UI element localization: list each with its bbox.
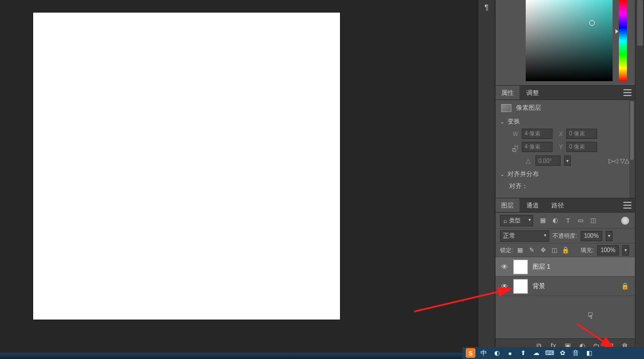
flip-vertical-icon[interactable]: ▽△: [620, 156, 629, 165]
main-scrollbar[interactable]: [635, 0, 644, 353]
align-label: 对齐并分布: [507, 170, 539, 178]
ime-sogou-icon[interactable]: S: [466, 348, 475, 358]
layer-type-label: 像素图层: [516, 103, 541, 112]
tab-channels[interactable]: 通道: [521, 198, 545, 212]
y-input[interactable]: 0 像素: [566, 142, 597, 152]
flip-horizontal-icon[interactable]: ▷◁: [609, 156, 618, 165]
link-wh-icon[interactable]: ⧉: [511, 141, 517, 159]
lock-icon: 🔒: [621, 282, 629, 290]
lock-position-icon[interactable]: ✥: [539, 246, 547, 254]
paragraph-panel-icon[interactable]: ¶: [478, 3, 495, 11]
lock-all-icon[interactable]: 🔒: [562, 246, 570, 254]
properties-scrollbar[interactable]: [629, 100, 635, 198]
tray-icon[interactable]: ☁: [531, 348, 541, 358]
tab-paths[interactable]: 路径: [546, 198, 570, 212]
angle-input[interactable]: 0.00°: [535, 155, 561, 166]
filter-type-icon[interactable]: T: [564, 217, 572, 225]
fill-label: 填充:: [581, 246, 594, 254]
filter-label: 类型: [509, 217, 521, 225]
tray-icon[interactable]: ⬆: [518, 348, 528, 358]
align-to-label: 对齐：: [509, 182, 528, 190]
angle-dropdown[interactable]: ▾: [564, 155, 571, 166]
width-input[interactable]: 4 像素: [522, 129, 553, 139]
layer-filter-select[interactable]: 类型: [500, 215, 533, 226]
tray-icon[interactable]: ✿: [558, 348, 567, 358]
blend-mode-value: 正常: [503, 232, 515, 240]
scrollbar-thumb[interactable]: [630, 101, 634, 160]
blend-mode-select[interactable]: 正常: [500, 230, 549, 242]
layer-thumbnail[interactable]: [513, 279, 528, 294]
tray-icon[interactable]: ●: [505, 348, 515, 358]
color-picker-panel: [495, 0, 635, 86]
transform-section-header[interactable]: ⌄ 变换: [495, 115, 635, 127]
color-field[interactable]: [526, 0, 613, 81]
angle-icon: △: [524, 157, 532, 165]
properties-panel: 像素图层 ⌄ 变换 ⧉ W 4 像素 X 0 像素 H 4 像素 Y 0 像素 …: [495, 100, 635, 198]
y-label: Y: [556, 144, 563, 150]
filter-pixel-icon[interactable]: ▦: [539, 217, 547, 225]
visibility-eye-icon[interactable]: 👁: [500, 262, 509, 271]
document-canvas[interactable]: [33, 13, 340, 320]
layer-thumbnail[interactable]: [513, 260, 528, 274]
transform-label: 变换: [507, 117, 520, 126]
fill-dropdown[interactable]: ▾: [622, 245, 629, 256]
scrollbar-thumb[interactable]: [637, 0, 643, 46]
hue-slider-thumb[interactable]: [615, 29, 618, 34]
canvas-workspace: [0, 0, 478, 353]
w-label: W: [511, 131, 518, 137]
opacity-value[interactable]: 100%: [581, 231, 602, 241]
system-tray: S 中 ◐ ● ⬆ ☁ ⌨ ✿ 音 ◧: [462, 347, 644, 359]
filter-smart-icon[interactable]: ◫: [589, 217, 597, 225]
filter-toggle-switch[interactable]: [621, 217, 629, 225]
opacity-label: 不透明度:: [553, 232, 577, 240]
panel-menu-icon[interactable]: [623, 202, 631, 209]
fill-value[interactable]: 100%: [597, 245, 619, 256]
tab-adjustments[interactable]: 调整: [521, 86, 545, 99]
color-cursor[interactable]: [589, 20, 595, 26]
hue-slider[interactable]: [619, 0, 627, 81]
tray-icon[interactable]: ◐: [492, 348, 502, 358]
height-input[interactable]: 4 像素: [522, 142, 553, 152]
layer-list: 👁 图层 1 👁 背景 🔒: [495, 257, 635, 338]
tab-layers[interactable]: 图层: [495, 198, 519, 212]
opacity-dropdown[interactable]: ▾: [606, 231, 613, 241]
chevron-down-icon: ⌄: [500, 172, 505, 177]
blend-opacity-row: 正常 不透明度: 100% ▾: [495, 229, 635, 244]
layers-panel: 类型 ▦ ◐ T ▭ ◫ 正常 不透明度: 100% ▾ 锁定: ▦ ✎: [495, 213, 635, 353]
tray-icon[interactable]: 音: [571, 348, 581, 358]
lock-brush-icon[interactable]: ✎: [528, 246, 535, 254]
panel-menu-icon[interactable]: [623, 89, 631, 96]
tray-icon[interactable]: ⌨: [545, 348, 554, 358]
layer-name[interactable]: 背景: [533, 282, 617, 290]
tray-icon[interactable]: ◧: [584, 348, 594, 358]
layer-row[interactable]: 👁 背景 🔒: [495, 277, 635, 296]
filter-shape-icon[interactable]: ▭: [577, 217, 585, 225]
chevron-down-icon: ⌄: [500, 119, 505, 124]
layers-tab-bar: 图层 通道 路径: [495, 198, 635, 213]
visibility-eye-icon[interactable]: 👁: [500, 282, 509, 290]
x-input[interactable]: 0 像素: [566, 129, 597, 139]
dock-strip: ¶: [478, 0, 495, 353]
x-label: X: [556, 131, 563, 137]
align-subrow: 对齐：: [495, 180, 635, 192]
filter-adjust-icon[interactable]: ◐: [551, 217, 559, 225]
lock-fill-row: 锁定: ▦ ✎ ✥ ◫ 🔒 填充: 100% ▾: [495, 244, 635, 257]
lock-pixels-icon[interactable]: ▦: [517, 246, 524, 254]
tab-properties[interactable]: 属性: [495, 86, 519, 99]
lock-label: 锁定:: [500, 246, 513, 254]
layer-name[interactable]: 图层 1: [533, 262, 629, 271]
align-section-header[interactable]: ⌄ 对齐并分布: [495, 168, 635, 180]
right-panels: 属性 调整 像素图层 ⌄ 变换 ⧉ W 4 像素 X 0 像素 H 4 像素 Y…: [495, 0, 635, 353]
lock-artboard-icon[interactable]: ◫: [551, 246, 558, 254]
layer-row[interactable]: 👁 图层 1: [495, 257, 635, 277]
ime-lang-icon[interactable]: 中: [479, 348, 489, 358]
layers-filter-bar: 类型 ▦ ◐ T ▭ ◫: [495, 213, 635, 229]
pixel-layer-icon: [501, 104, 511, 112]
properties-tab-bar: 属性 调整: [495, 86, 635, 100]
